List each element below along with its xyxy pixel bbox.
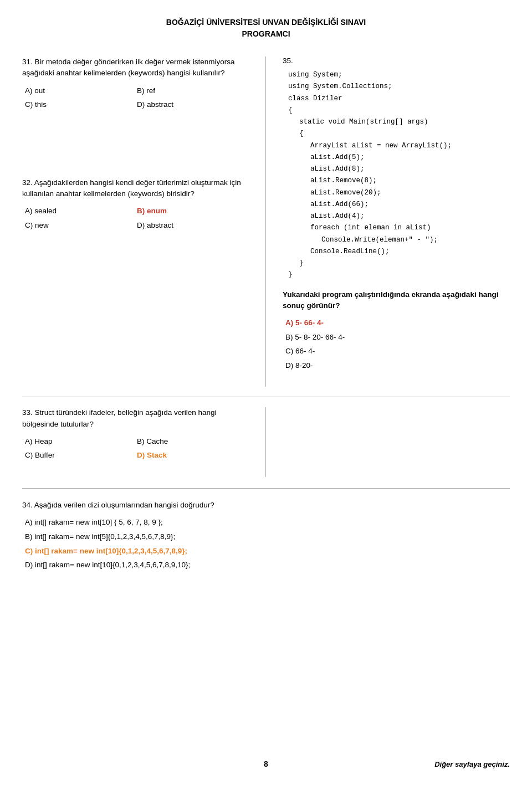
q35-number: 35. xyxy=(283,57,510,65)
q32-opt-d: D) abstract xyxy=(137,219,249,232)
q32-opt-b: B) enum xyxy=(137,205,249,217)
q32-options-row2: C) new D) abstract xyxy=(25,219,249,232)
q34-opt-a: A) int[] rakam= new int[10] { 5, 6, 7, 8… xyxy=(25,516,510,529)
q32-options-row1: A) sealed B) enum xyxy=(25,205,249,217)
q32-opt-a: A) sealed xyxy=(25,205,137,217)
header-line1: BOĞAZİÇİ ÜNİVERSİTESİ UNVAN DEĞİŞİKLİĞİ … xyxy=(22,17,510,28)
q31-opt-d: D) abstract xyxy=(137,99,249,111)
q34-opt-b: B) int[] rakam= new int[5]{0,1,2,3,4,5,6… xyxy=(25,531,510,543)
question-32: 32. Aşağıdakilerden hangisi kendi değer … xyxy=(22,177,249,232)
q31-opt-b: B) ref xyxy=(137,85,249,97)
second-row: 33. Struct türündeki ifadeler, belleğin … xyxy=(22,407,510,477)
q35-code: using System; using System.Collections; … xyxy=(288,69,510,281)
q35-opt-b: B) 5- 8- 20- 66- 4- xyxy=(285,331,510,343)
question-35: 35. using System; using System.Collectio… xyxy=(283,57,510,371)
q32-options: A) sealed B) enum C) new D) abstract xyxy=(22,205,249,231)
q32-title: 32. Aşağıdakilerden hangisi kendi değer … xyxy=(22,177,249,200)
q33-opt-b: B) Cache xyxy=(137,435,249,448)
q33-opt-c: C) Buffer xyxy=(25,449,137,461)
page-number: 8 xyxy=(264,760,268,768)
q34-opt-d: D) int[] rakam= new int[10]{0,1,2,3,4,5,… xyxy=(25,559,510,571)
q31-options-row1: A) out B) ref xyxy=(25,85,249,97)
right-col-empty xyxy=(266,407,510,477)
q31-opt-a: A) out xyxy=(25,85,137,97)
page-header: BOĞAZİÇİ ÜNİVERSİTESİ UNVAN DEĞİŞİKLİĞİ … xyxy=(22,17,510,40)
q35-result-text: Yukarıdaki program çalıştırıldığında ekr… xyxy=(283,289,510,312)
q33-opt-a: A) Heap xyxy=(25,435,137,448)
q33-options: A) Heap B) Cache C) Buffer D) Stack xyxy=(22,435,249,461)
q33-options-row1: A) Heap B) Cache xyxy=(25,435,249,448)
q35-options: A) 5- 66- 4- B) 5- 8- 20- 66- 4- C) 66- … xyxy=(283,317,510,371)
q31-opt-c: C) this xyxy=(25,99,137,111)
header-line2: PROGRAMCI xyxy=(22,28,510,40)
q35-opt-d: D) 8-20- xyxy=(285,360,510,372)
question-31: 31. Bir metoda değer gönderirken ilk değ… xyxy=(22,57,249,111)
question-34: 34. Aşağıda verilen dizi oluşumlarından … xyxy=(22,500,510,571)
q34-options: A) int[] rakam= new int[10] { 5, 6, 7, 8… xyxy=(22,516,510,571)
q32-opt-c: C) new xyxy=(25,219,137,232)
question-33: 33. Struct türündeki ifadeler, belleğin … xyxy=(22,407,249,461)
q34-title: 34. Aşağıda verilen dizi oluşumlarından … xyxy=(22,500,510,511)
q35-opt-a: A) 5- 66- 4- xyxy=(285,317,510,329)
q31-title: 31. Bir metoda değer gönderirken ilk değ… xyxy=(22,57,249,79)
q31-options: A) out B) ref C) this D) abstract xyxy=(22,85,249,111)
next-page-text: Diğer sayfaya geçiniz. xyxy=(434,760,510,768)
q33-opt-d: D) Stack xyxy=(137,449,249,461)
q34-opt-c: C) int[] rakam= new int[10]{0,1,2,3,4,5,… xyxy=(25,545,510,557)
q33-options-row2: C) Buffer D) Stack xyxy=(25,449,249,461)
q33-title: 33. Struct türündeki ifadeler, belleğin … xyxy=(22,407,249,430)
q31-options-row2: C) this D) abstract xyxy=(25,99,249,111)
q35-opt-c: C) 66- 4- xyxy=(285,345,510,357)
